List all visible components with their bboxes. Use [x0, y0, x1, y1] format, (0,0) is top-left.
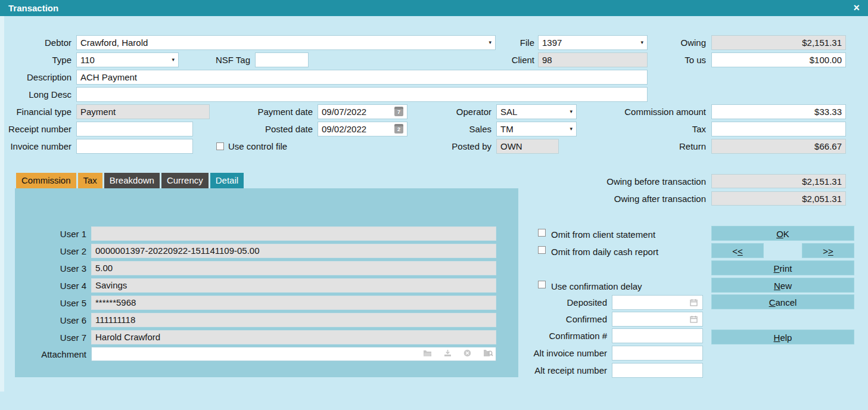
window-title: Transaction [0, 3, 58, 13]
user3-label: User 3 [27, 261, 86, 276]
owing-before-label: Owing before transaction [554, 174, 706, 189]
help-button[interactable]: Help [711, 330, 854, 344]
tab-detail[interactable]: Detail [210, 173, 244, 188]
alt-invoice-number-label: Alt invoice number [509, 346, 607, 361]
sales-value: TM [500, 122, 514, 136]
tab-breakdown[interactable]: Breakdown [104, 173, 160, 188]
open-folder-icon[interactable] [423, 350, 432, 357]
window-left-edge [0, 16, 4, 392]
long-desc-label: Long Desc [6, 87, 71, 102]
calendar-icon[interactable] [690, 299, 698, 306]
commission-amount-input[interactable] [711, 104, 846, 119]
omit-daily-cash-checkbox[interactable] [538, 246, 546, 254]
nsf-tag-input[interactable] [255, 52, 309, 67]
chevron-down-icon: ▾ [567, 105, 573, 119]
invoice-number-input[interactable] [76, 139, 193, 154]
use-control-file-checkbox[interactable] [216, 142, 224, 150]
user5-label: User 5 [27, 296, 86, 310]
owing-after-label: Owing after transaction [554, 191, 706, 206]
description-label: Description [6, 70, 71, 85]
operator-combobox[interactable]: SAL ▾ [496, 104, 577, 119]
tab-tax[interactable]: Tax [78, 173, 102, 188]
user6-label: User 6 [27, 313, 86, 328]
operator-value: SAL [500, 105, 517, 119]
print-button[interactable]: Print [711, 260, 854, 275]
tab-currency[interactable]: Currency [161, 173, 209, 188]
new-button[interactable]: New [711, 278, 854, 293]
remove-attachment-icon[interactable] [463, 349, 471, 357]
chevron-down-icon: ▾ [169, 53, 175, 67]
to-us-input[interactable] [711, 52, 846, 67]
posted-by-label: Posted by [438, 139, 491, 154]
sales-label: Sales [438, 122, 491, 136]
type-value: 110 [80, 53, 95, 67]
operator-label: Operator [438, 104, 491, 119]
calendar-icon[interactable]: 7 [394, 107, 403, 116]
invoice-number-label: Invoice number [6, 139, 71, 154]
close-icon[interactable]: × [853, 1, 860, 14]
titlebar: Transaction × [0, 0, 868, 16]
posted-date-label: Posted date [241, 122, 313, 136]
use-confirmation-delay-label: Use confirmation delay [551, 279, 706, 294]
user7-field[interactable]: Harold Crawford [91, 330, 496, 344]
download-icon[interactable] [444, 349, 452, 357]
receipt-number-input[interactable] [76, 122, 193, 136]
financial-type-field: Payment [76, 104, 210, 119]
financial-type-label: Financial type [6, 104, 71, 119]
debtor-label: Debtor [6, 35, 71, 50]
tax-input[interactable] [711, 122, 846, 136]
to-us-label: To us [643, 52, 706, 67]
confirmation-number-input[interactable] [612, 328, 703, 343]
file-combobox[interactable]: 1397 ▾ [538, 35, 648, 50]
deposited-label: Deposited [512, 295, 607, 310]
tab-strip: Commission Tax Breakdown Currency Detail [16, 173, 244, 188]
alt-invoice-number-input[interactable] [612, 346, 703, 361]
posted-by-field: OWN [496, 139, 559, 154]
tab-commission[interactable]: Commission [16, 173, 76, 188]
confirmation-number-label: Confirmation # [512, 328, 607, 343]
user2-field[interactable]: 0000001397-20220922-151141109-05.00 [91, 244, 496, 258]
omit-client-statement-checkbox[interactable] [538, 229, 546, 237]
calendar-icon[interactable]: 2 [394, 124, 403, 133]
description-input[interactable] [76, 70, 648, 85]
user6-field[interactable]: 111111118 [91, 313, 496, 327]
preview-attachment-icon[interactable] [483, 349, 493, 357]
use-control-file-label: Use control file [228, 139, 347, 154]
file-value: 1397 [542, 36, 562, 49]
tax-label: Tax [596, 122, 706, 136]
owing-label: Owing [643, 35, 706, 50]
attachment-label: Attachment [23, 347, 86, 362]
use-confirmation-delay-checkbox[interactable] [538, 281, 546, 288]
client-field: 98 [538, 52, 648, 67]
user1-field[interactable] [91, 226, 496, 241]
omit-client-statement-label: Omit from client statement [551, 227, 706, 242]
previous-button[interactable]: << [711, 243, 764, 258]
return-field: $66.67 [711, 139, 846, 154]
user3-field[interactable]: 5.00 [91, 261, 496, 275]
calendar-icon[interactable] [690, 315, 698, 323]
chevron-down-icon: ▾ [567, 122, 573, 136]
chevron-down-icon: ▾ [638, 36, 643, 49]
cancel-button[interactable]: Cancel [711, 294, 854, 309]
ok-button[interactable]: OK [711, 226, 854, 241]
return-label: Return [596, 139, 706, 154]
chevron-down-icon: ▾ [486, 36, 491, 49]
attachment-toolbar [423, 349, 493, 357]
user5-field[interactable]: ******5968 [91, 296, 496, 310]
debtor-combobox[interactable]: Crawford, Harold ▾ [76, 35, 496, 50]
user4-field[interactable]: Savings [91, 278, 496, 293]
sales-combobox[interactable]: TM ▾ [496, 122, 577, 136]
user1-label: User 1 [27, 226, 86, 241]
type-combobox[interactable]: 110 ▾ [76, 52, 179, 67]
transaction-window: Transaction × Debtor Crawford, Harold ▾ … [0, 0, 868, 410]
next-button[interactable]: >> [802, 243, 854, 258]
nsf-tag-label: NSF Tag [203, 52, 250, 67]
alt-receipt-number-input[interactable] [612, 363, 703, 378]
file-label: File [500, 35, 534, 50]
user4-label: User 4 [27, 278, 86, 293]
type-label: Type [6, 52, 71, 67]
owing-after-field: $2,051.31 [711, 191, 846, 206]
commission-amount-label: Commission amount [596, 104, 706, 119]
long-desc-input[interactable] [76, 87, 648, 102]
owing-field: $2,151.31 [711, 35, 846, 50]
